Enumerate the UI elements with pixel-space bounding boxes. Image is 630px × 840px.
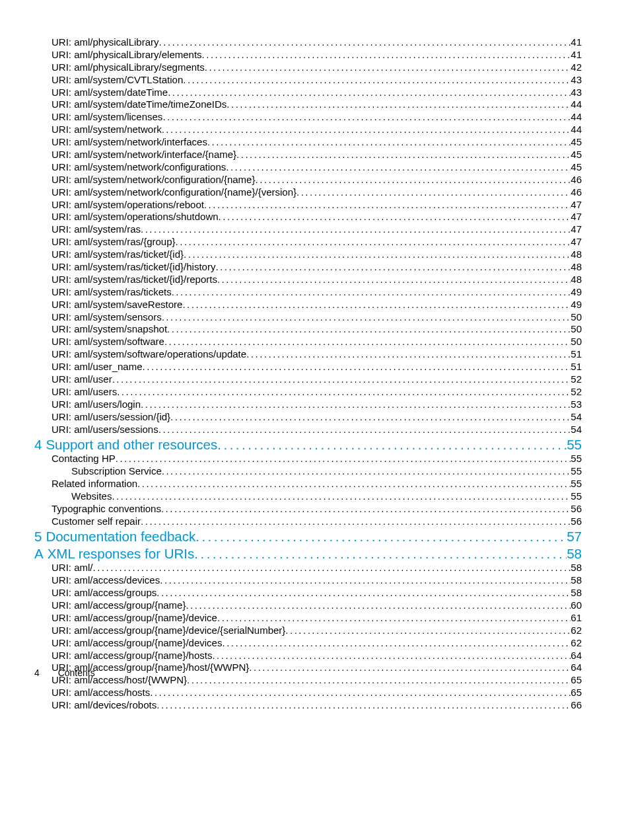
toc-entry-row[interactable]: URI: aml/system/CVTLStation43 <box>0 74 582 87</box>
toc-entry-row[interactable]: URI: aml/system/ras/ticket/{id}48 <box>0 248 582 261</box>
toc-entry-page: 45 <box>571 149 582 161</box>
toc-entry-page: 61 <box>571 612 582 625</box>
toc-leader-dots <box>176 236 571 248</box>
toc-entry-label: URI: aml/system/software <box>52 336 164 348</box>
toc-entry-label: Support and other resources <box>46 436 217 453</box>
toc-entry-page: 48 <box>571 274 582 286</box>
toc-leader-dots <box>246 348 571 361</box>
toc-entry-label: URI: aml/system/ras/tickets <box>52 286 172 299</box>
toc-entry-row[interactable]: URI: aml/system/ras/tickets49 <box>0 286 582 299</box>
toc-entry-label: URI: aml/access/group/{name} <box>52 599 186 612</box>
toc-entry-page: 53 <box>571 399 582 411</box>
toc-entry-row[interactable]: URI: aml/physicalLibrary/segments42 <box>0 61 582 74</box>
toc-leader-dots <box>159 36 571 49</box>
toc-entry-row[interactable]: URI: aml/system/network/configuration/{n… <box>0 186 582 199</box>
toc-entry-row[interactable]: URI: aml/system/network/configurations45 <box>0 161 582 174</box>
toc-entry-page: 45 <box>571 161 582 174</box>
toc-entry-row[interactable]: URI: aml/devices/robots66 <box>0 699 582 712</box>
toc-entry-label: URI: aml/system/network/interfaces <box>52 136 207 149</box>
toc-entry-row[interactable]: URI: aml/users52 <box>0 386 582 399</box>
toc-entry-row[interactable]: Contacting HP55 <box>0 453 582 465</box>
toc-entry-page: 54 <box>571 411 582 424</box>
toc-entry-row[interactable]: URI: aml/system/snapshot50 <box>0 323 582 336</box>
toc-entry-page: 55 <box>567 436 582 453</box>
toc-entry-label: URI: aml/system/saveRestore <box>52 299 182 311</box>
toc-leader-dots <box>157 699 571 712</box>
toc-entry-row[interactable]: Subscription Service55 <box>0 465 582 478</box>
toc-entry-row[interactable]: URI: aml/system/ras47 <box>0 223 582 236</box>
toc-entry-label: URI: aml/access/devices <box>52 574 160 587</box>
toc-entry-label: URI: aml/access/groups <box>52 587 157 599</box>
toc-entry-row[interactable]: URI: aml/access/group/{name}60 <box>0 599 582 612</box>
toc-entry-row[interactable]: URI: aml/access/hosts65 <box>0 687 582 699</box>
toc-chapter-row[interactable]: AXML responses for URIs58 <box>0 545 582 562</box>
toc-chapter-row[interactable]: 5Documentation feedback57 <box>0 528 582 545</box>
footer-label: Contents <box>58 668 95 678</box>
toc-entry-row[interactable]: URI: aml/system/dateTime43 <box>0 87 582 99</box>
toc-entry-page: 45 <box>571 136 582 149</box>
toc-entry-label: Websites <box>71 490 112 503</box>
toc-leader-dots <box>141 515 571 528</box>
toc-leader-dots <box>162 111 571 124</box>
toc-leader-dots <box>255 174 571 186</box>
toc-entry-row[interactable]: Typographic conventions56 <box>0 503 582 515</box>
toc-entry-row[interactable]: URI: aml/users/sessions54 <box>0 424 582 436</box>
toc-entry-row[interactable]: URI: aml/system/software/operations/upda… <box>0 348 582 361</box>
toc-entry-row[interactable]: URI: aml/physicalLibrary/elements41 <box>0 49 582 61</box>
toc-entry-row[interactable]: URI: aml/system/ras/ticket/{id}/history4… <box>0 261 582 274</box>
toc-entry-page: 46 <box>571 174 582 186</box>
toc-entry-row[interactable]: URI: aml/access/group/{name}/device61 <box>0 612 582 625</box>
toc-entry-row[interactable]: URI: aml/system/operations/shutdown47 <box>0 211 582 223</box>
toc-entry-row[interactable]: URI: aml/access/devices58 <box>0 574 582 587</box>
toc-entry-label: URI: aml/system/sensors <box>52 311 162 324</box>
table-of-contents: URI: aml/physicalLibrary41URI: aml/physi… <box>0 36 582 712</box>
toc-entry-row[interactable]: URI: aml/system/network/interface/{name}… <box>0 149 582 161</box>
toc-chapter-number: 4 <box>34 436 42 453</box>
toc-entry-row[interactable]: URI: aml/system/saveRestore49 <box>0 299 582 311</box>
toc-leader-dots <box>184 248 571 261</box>
toc-entry-label: URI: aml/user_name <box>52 361 143 373</box>
toc-entry-label: URI: aml/system/snapshot <box>52 323 167 336</box>
toc-entry-row[interactable]: URI: aml/system/network/interfaces45 <box>0 136 582 149</box>
toc-entry-label: Documentation feedback <box>46 528 195 545</box>
toc-entry-label: URI: aml/system/network/configuration/{n… <box>52 186 297 199</box>
toc-entry-row[interactable]: URI: aml/system/ras/ticket/{id}/reports4… <box>0 274 582 286</box>
toc-entry-row[interactable]: URI: aml/system/dateTime/timeZoneIDs44 <box>0 98 582 111</box>
toc-leader-dots <box>141 399 571 411</box>
toc-entry-label: Related information <box>52 478 137 490</box>
toc-entry-label: URI: aml/system/ras/{group} <box>52 236 176 248</box>
toc-entry-row[interactable]: Customer self repair56 <box>0 515 582 528</box>
toc-entry-row[interactable]: URI: aml/system/software50 <box>0 336 582 348</box>
toc-leader-dots <box>205 61 571 74</box>
toc-entry-row[interactable]: URI: aml/access/group/{name}/device/{ser… <box>0 625 582 637</box>
toc-entry-label: URI: aml/system/network <box>52 124 162 136</box>
toc-entry-row[interactable]: URI: aml/users/session/{id}54 <box>0 411 582 424</box>
toc-entry-row[interactable]: URI: aml/58 <box>0 562 582 574</box>
toc-entry-row[interactable]: URI: aml/access/group/{name}/hosts64 <box>0 650 582 662</box>
toc-entry-row[interactable]: URI: aml/access/groups58 <box>0 587 582 599</box>
toc-entry-row[interactable]: URI: aml/physicalLibrary41 <box>0 36 582 49</box>
toc-chapter-row[interactable]: 4Support and other resources55 <box>0 436 582 453</box>
toc-entry-label: URI: aml/devices/robots <box>52 699 157 712</box>
toc-entry-row[interactable]: URI: aml/system/network44 <box>0 124 582 136</box>
toc-entry-row[interactable]: URI: aml/system/licenses44 <box>0 111 582 124</box>
toc-entry-page: 47 <box>571 211 582 223</box>
toc-entry-row[interactable]: URI: aml/user52 <box>0 373 582 386</box>
toc-entry-page: 58 <box>571 562 582 574</box>
toc-entry-row[interactable]: URI: aml/system/ras/{group}47 <box>0 236 582 248</box>
toc-leader-dots <box>137 478 571 490</box>
toc-entry-label: URI: aml/physicalLibrary/segments <box>52 61 205 74</box>
toc-entry-label: URI: aml/system/network/interface/{name} <box>52 149 236 161</box>
toc-entry-row[interactable]: URI: aml/system/operations/reboot47 <box>0 199 582 211</box>
toc-entry-row[interactable]: URI: aml/user_name51 <box>0 361 582 373</box>
toc-entry-label: URI: aml/ <box>52 562 93 574</box>
toc-entry-row[interactable]: URI: aml/access/group/{name}/devices62 <box>0 637 582 650</box>
toc-entry-row[interactable]: Websites55 <box>0 490 582 503</box>
toc-entry-row[interactable]: URI: aml/users/login53 <box>0 399 582 411</box>
toc-entry-row[interactable]: URI: aml/system/sensors50 <box>0 311 582 324</box>
toc-entry-row[interactable]: Related information55 <box>0 478 582 490</box>
toc-entry-label: URI: aml/system/licenses <box>52 111 162 124</box>
toc-entry-row[interactable]: URI: aml/system/network/configuration/{n… <box>0 174 582 186</box>
toc-leader-dots <box>93 562 571 574</box>
toc-entry-page: 47 <box>571 236 582 248</box>
